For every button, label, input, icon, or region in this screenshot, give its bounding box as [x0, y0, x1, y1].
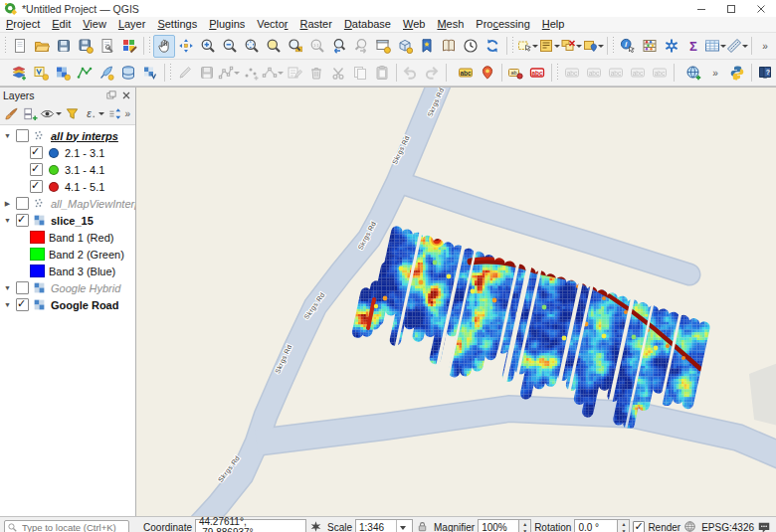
select-by-value-button[interactable] — [538, 35, 560, 58]
show-hide-labels-button[interactable]: abc — [605, 62, 627, 85]
scale-dropdown-icon[interactable] — [396, 520, 409, 532]
menu-settings[interactable]: Settings — [151, 17, 203, 32]
refresh-button[interactable] — [482, 35, 503, 58]
zoom-in-button[interactable] — [197, 35, 219, 58]
layer-checkbox[interactable] — [16, 298, 29, 311]
manage-map-themes-dropdown[interactable] — [55, 106, 63, 122]
menu-raster[interactable]: Raster — [293, 17, 337, 32]
add-point-feature-button[interactable] — [240, 62, 262, 85]
menu-mesh[interactable]: Mesh — [431, 17, 470, 32]
identify-features-button[interactable]: i — [617, 35, 639, 58]
layer-checkbox[interactable] — [30, 146, 43, 159]
pin-unpin-labels-button[interactable]: abc — [583, 62, 605, 85]
redo-button[interactable] — [421, 62, 443, 85]
toolbar-handle[interactable] — [149, 37, 150, 55]
zoom-to-layer-button[interactable] — [285, 35, 306, 58]
locator-input[interactable] — [20, 521, 126, 532]
modify-attributes-button[interactable] — [284, 62, 305, 85]
zoom-last-button[interactable] — [328, 35, 350, 58]
zoom-to-selection-button[interactable] — [263, 35, 285, 58]
layer-tree-item[interactable]: 2.1 - 3.1 — [0, 144, 135, 161]
show-unplaced-labels-button[interactable]: abc — [526, 62, 548, 85]
zoom-next-button[interactable] — [350, 35, 372, 58]
messages-icon[interactable] — [757, 520, 772, 532]
menu-processing[interactable]: Processing — [470, 17, 535, 32]
metasearch-button[interactable] — [682, 62, 704, 85]
deselect-all-button[interactable] — [560, 35, 582, 58]
layer-diagram-button[interactable] — [477, 62, 498, 85]
select-by-location-button[interactable] — [582, 35, 604, 58]
close-panel-button[interactable] — [120, 89, 132, 101]
copy-features-button[interactable] — [349, 62, 371, 85]
new-spatial-bookmark-button[interactable] — [416, 35, 438, 58]
layout-manager-button[interactable] — [97, 35, 118, 58]
layer-checkbox[interactable] — [16, 281, 29, 294]
menu-view[interactable]: View — [77, 17, 112, 32]
layer-checkbox[interactable] — [16, 197, 29, 210]
layer-tree-item[interactable]: Band 3 (Blue) — [0, 263, 135, 279]
temporal-controller-button[interactable] — [460, 35, 482, 58]
undo-button[interactable] — [399, 62, 421, 85]
float-panel-button[interactable] — [105, 89, 117, 101]
menu-database[interactable]: Database — [338, 17, 397, 32]
add-raster-layer-button[interactable] — [52, 62, 74, 85]
add-vector-layer-button[interactable] — [30, 62, 52, 85]
maximize-button[interactable] — [716, 0, 746, 17]
digitize-with-segment-dropdown[interactable] — [234, 65, 240, 81]
processing-toolbox-button[interactable] — [661, 35, 682, 58]
toolbar2-overflow-button[interactable]: » — [704, 62, 726, 85]
add-wms-layer-button[interactable] — [139, 62, 161, 85]
layer-tree-item[interactable]: Band 2 (Green) — [0, 246, 135, 263]
crs-globe-icon[interactable] — [683, 520, 698, 532]
vertex-tool-button[interactable] — [262, 62, 284, 85]
menu-project[interactable]: Project — [0, 17, 46, 32]
menu-vector[interactable]: Vector — [251, 17, 293, 32]
minimize-button[interactable] — [686, 0, 716, 17]
lock-scale-icon[interactable] — [416, 520, 431, 532]
new-map-view-button[interactable] — [372, 35, 394, 58]
layer-tree-item[interactable]: ▼Google Road — [0, 296, 135, 313]
layer-tree-item[interactable]: 4.1 - 5.1 — [0, 178, 135, 195]
scale-combo[interactable]: 1:346 — [355, 519, 413, 532]
layer-tree-item[interactable]: ▼slice_15 — [0, 212, 135, 229]
show-bookmarks-button[interactable] — [438, 35, 460, 58]
rotation-spinbox[interactable]: 0.0 ° ▲▼ — [574, 519, 630, 532]
menu-plugins[interactable]: Plugins — [203, 17, 251, 32]
rotate-label-button[interactable]: abc — [649, 62, 671, 85]
menu-edit[interactable]: Edit — [46, 17, 77, 32]
render-checkbox[interactable] — [633, 521, 645, 532]
help-contents-button[interactable]: ? — [754, 62, 776, 85]
pin-labels-button[interactable]: ab — [504, 62, 526, 85]
layer-checkbox[interactable] — [30, 180, 43, 193]
add-postgis-layer-button[interactable] — [117, 62, 139, 85]
select-features-button[interactable] — [516, 35, 538, 58]
save-project-as-button[interactable] — [75, 35, 97, 58]
new-project-button[interactable] — [9, 35, 31, 58]
new-3d-map-view-button[interactable] — [394, 35, 416, 58]
coordinate-box[interactable]: 44.27611°, -79.886937° — [195, 519, 306, 532]
filter-by-expression-dropdown[interactable] — [97, 106, 105, 122]
save-project-button[interactable] — [53, 35, 75, 58]
digitize-with-segment-button[interactable] — [218, 62, 240, 85]
open-data-source-manager-button[interactable] — [8, 62, 30, 85]
filter-by-expression-button[interactable]: ε — [83, 104, 105, 123]
map-canvas[interactable]: Skrgs RdSkrgs RdSkrgs RdSkrgs RdSkrgs Rd… — [136, 88, 776, 516]
zoom-full-button[interactable] — [241, 35, 263, 58]
paste-features-button[interactable] — [371, 62, 393, 85]
toggle-editing-button[interactable] — [174, 62, 196, 85]
expander-icon[interactable]: ▼ — [3, 301, 12, 308]
layer-tree-item[interactable]: 3.1 - 4.1 — [0, 161, 135, 178]
menu-web[interactable]: Web — [397, 17, 431, 32]
layer-tree-item[interactable]: ▶all_MapViewInterps — [0, 195, 135, 212]
layer-tree-item[interactable]: ▼all by interps — [0, 127, 135, 144]
add-delimited-text-layer-button[interactable] — [96, 62, 117, 85]
panel-toolbar-overflow[interactable]: » — [124, 108, 133, 119]
layer-checkbox[interactable] — [16, 129, 29, 142]
close-button[interactable] — [746, 0, 776, 17]
expander-icon[interactable]: ▼ — [3, 284, 12, 291]
open-layer-styling-button[interactable] — [2, 104, 20, 123]
expander-icon[interactable]: ▶ — [3, 200, 12, 208]
zoom-native-button[interactable]: 1:1 — [306, 35, 328, 58]
open-attribute-table-button[interactable] — [704, 35, 726, 58]
toolbar1-overflow-button[interactable]: » — [754, 35, 776, 58]
